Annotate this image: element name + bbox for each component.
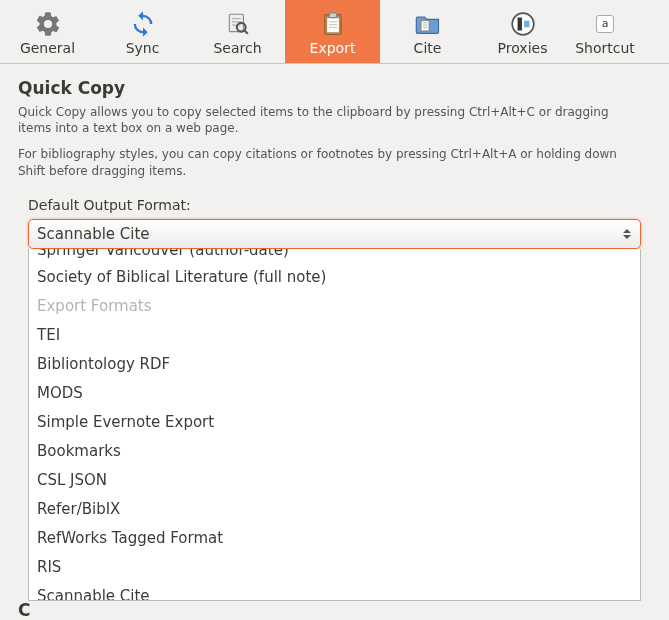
list-item[interactable]: TEI [29,321,640,350]
list-item[interactable]: RefWorks Tagged Format [29,524,640,553]
tab-export[interactable]: Export [285,0,380,63]
output-format-listbox[interactable]: Springer Vancouver (author-date)Society … [28,249,641,601]
export-pane: Quick Copy Quick Copy allows you to copy… [0,64,669,620]
tab-shortcut[interactable]: a Shortcut [570,0,640,63]
search-icon [223,9,253,39]
svg-rect-18 [524,20,529,27]
list-group-header: Export Formats [29,292,640,321]
output-format-label: Default Output Format: [28,197,651,213]
proxy-icon [508,9,538,39]
sync-icon [128,9,158,39]
list-item[interactable]: Springer Vancouver (author-date) [29,249,640,263]
tab-label: Sync [126,41,160,55]
tab-sync[interactable]: Sync [95,0,190,63]
svg-point-16 [512,13,534,35]
tab-label: Cite [414,41,442,55]
tab-label: Search [213,41,261,55]
list-item[interactable]: Society of Biblical Literature (full not… [29,263,640,292]
clipboard-icon [318,9,348,39]
svg-rect-17 [517,17,521,30]
tab-label: Proxies [498,41,548,55]
svg-rect-7 [327,18,339,32]
shortcut-icon: a [590,9,620,39]
list-item[interactable]: CSL JSON [29,466,640,495]
help-text-1: Quick Copy allows you to copy selected i… [18,104,638,136]
tab-search[interactable]: Search [190,0,285,63]
dropdown-stepper-icon [620,229,634,239]
list-item[interactable]: RIS [29,553,640,582]
list-item[interactable]: Simple Evernote Export [29,408,640,437]
tab-proxies[interactable]: Proxies [475,0,570,63]
list-item[interactable]: Scannable Cite [29,582,640,601]
select-value: Scannable Cite [37,225,150,243]
list-item[interactable]: Bibliontology RDF [29,350,640,379]
next-section-peek: C [18,600,38,620]
svg-rect-8 [329,12,336,17]
list-item[interactable]: MODS [29,379,640,408]
list-item[interactable]: Bookmarks [29,437,640,466]
output-format-select[interactable]: Scannable Cite [28,219,641,249]
gear-icon [33,9,63,39]
tab-label: Shortcut [575,41,635,55]
list-item[interactable]: Refer/BibIX [29,495,640,524]
tab-label: Export [310,41,356,55]
tab-label: General [20,41,75,55]
folder-icon [413,9,443,39]
section-title: Quick Copy [18,78,651,98]
preferences-toolbar: General Sync Search Export Cite Proxies … [0,0,669,64]
help-text-2: For bibliography styles, you can copy ci… [18,146,638,178]
tab-cite[interactable]: Cite [380,0,475,63]
svg-line-5 [244,30,247,33]
tab-general[interactable]: General [0,0,95,63]
